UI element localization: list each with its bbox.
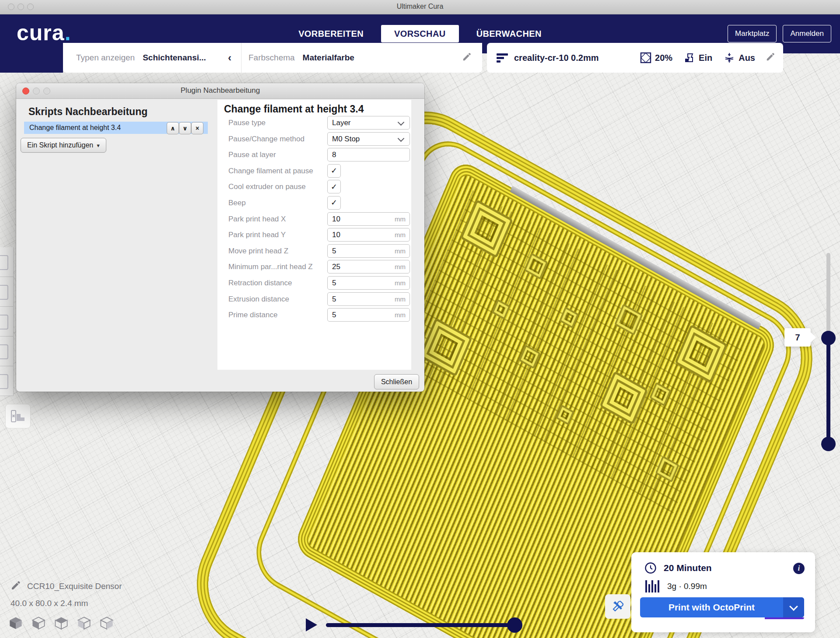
material-icon (645, 580, 659, 592)
clock-icon (644, 562, 657, 574)
octoprint-print-button[interactable]: Print with OctoPrint (640, 597, 783, 617)
tab-ueberwachen[interactable]: ÜBERWACHEN (463, 25, 555, 42)
edit-model-name-icon[interactable] (10, 580, 21, 592)
rotate-tool-button[interactable] (0, 307, 13, 337)
tab-vorschau[interactable]: VORSCHAU (381, 25, 459, 42)
move-tool-button[interactable] (0, 247, 13, 277)
octoprint-tools-button[interactable] (605, 594, 630, 619)
info-icon[interactable]: i (793, 563, 805, 574)
layer-slider-range[interactable] (826, 338, 830, 444)
printer-profile-name[interactable]: creality-cr-10 0.2mm (514, 53, 598, 63)
change-filament-at-pause-checkbox[interactable]: ✓ (327, 164, 341, 178)
script-settings-title: Change filament at height 3.4 (224, 103, 364, 115)
dialog-title: Plugin Nachbearbeitung (16, 86, 424, 95)
play-button[interactable] (306, 618, 317, 631)
form-row: Retraction distance5mm (217, 276, 411, 290)
per-model-settings-button[interactable] (0, 366, 13, 396)
qr-pattern (400, 190, 746, 514)
minimum-par-rint-head-z-input[interactable]: 25mm (327, 260, 410, 273)
input-value: 5 (332, 277, 336, 289)
input-value: 5 (332, 245, 336, 257)
model-info: CCR10_Exquisite Densor 40.0 x 80.0 x 2.4… (10, 580, 122, 608)
script-name: Change filament at height 3.4 (29, 124, 121, 132)
qr-finder-square (460, 199, 513, 258)
adhesion-setting[interactable]: Aus (724, 52, 755, 63)
qr-tile (614, 304, 643, 336)
octoprint-accent-bar (765, 617, 804, 619)
view-3d-icon[interactable] (7, 614, 24, 632)
view-left-icon[interactable] (75, 614, 93, 632)
retraction-distance-input[interactable]: 5mm (327, 276, 410, 290)
dropdown-arrow-icon: ▾ (97, 142, 100, 149)
infill-setting[interactable]: 20% (640, 52, 672, 63)
unit-label: mm (395, 245, 406, 257)
move-script-up-button[interactable]: ∧ (167, 122, 179, 134)
support-setting[interactable]: Ein (684, 52, 712, 63)
color-scheme-value[interactable]: Materialfarbe (303, 53, 354, 63)
unit-label: mm (395, 213, 406, 225)
octoprint-dropdown-button[interactable] (783, 597, 804, 617)
support-icon (684, 52, 695, 63)
pause-at-layer-input[interactable]: 8 (327, 148, 410, 161)
beep-checkbox[interactable]: ✓ (327, 196, 341, 210)
layer-slider-upper-handle[interactable] (821, 331, 836, 345)
settings-pencil-icon[interactable] (766, 52, 775, 63)
unit-label: mm (395, 308, 406, 321)
window-title: Ultimaker Cura (0, 3, 840, 11)
add-script-button[interactable]: Ein Skript hinzufügen ▾ (21, 138, 106, 153)
mirror-tool-button[interactable] (0, 337, 13, 366)
model-name: CCR10_Exquisite Densor (27, 582, 122, 591)
view-front-icon[interactable] (30, 614, 47, 632)
prime-distance-input[interactable]: 5mm (327, 308, 410, 322)
park-print-head-y-input[interactable]: 10mm (327, 228, 410, 242)
signin-button[interactable]: Anmelden (783, 25, 831, 42)
collapse-chevron-icon[interactable]: ‹ (228, 52, 231, 64)
pause-change-method-select[interactable]: M0 Stop (327, 132, 410, 146)
form-row: Pause/Change methodM0 Stop (217, 132, 411, 146)
row-label: Extrusion distance (228, 292, 289, 306)
move-print-head-z-input[interactable]: 5mm (327, 244, 410, 258)
header-left-extension (0, 53, 63, 73)
add-script-label: Ein Skript hinzufügen (27, 141, 93, 149)
qr-finder-square (599, 371, 648, 425)
pause-type-select[interactable]: Layer (327, 116, 410, 130)
qr-tile (556, 404, 574, 425)
qr-finder-square (419, 318, 472, 377)
print-settings-panel[interactable]: creality-cr-10 0.2mm 20% Ein (487, 43, 783, 73)
layer-slider-lower-handle[interactable] (821, 437, 836, 451)
form-row: Prime distance5mm (217, 308, 411, 322)
scale-tool-button[interactable] (0, 277, 13, 307)
close-dialog-button[interactable]: Schließen (374, 374, 419, 389)
view-top-icon[interactable] (52, 614, 70, 632)
layers-icon (497, 53, 508, 63)
view-type-value[interactable]: Schichtenansi... (143, 53, 206, 63)
infill-value: 20% (655, 53, 672, 63)
form-row: Park print head X10mm (217, 212, 411, 226)
row-label: Pause type (228, 116, 266, 130)
park-print-head-x-input[interactable]: 10mm (327, 212, 410, 226)
move-script-down-button[interactable]: ∨ (179, 122, 191, 134)
marketplace-button[interactable]: Marktplatz (728, 25, 777, 42)
chevron-down-icon (398, 119, 405, 126)
cool-extruder-on-pause-checkbox[interactable]: ✓ (327, 180, 341, 193)
support-blocker-button[interactable] (5, 404, 31, 428)
dialog-titlebar[interactable]: Plugin Nachbearbeitung (16, 83, 424, 99)
qr-tile (649, 382, 672, 407)
extrusion-distance-input[interactable]: 5mm (327, 292, 410, 306)
tab-vorbereiten[interactable]: VORBEREITEN (285, 25, 377, 42)
octoprint-button-group: Print with OctoPrint (640, 597, 804, 617)
form-row: Park print head Y10mm (217, 228, 411, 242)
edit-pencil-icon[interactable] (462, 52, 472, 63)
select-value: Layer (332, 116, 351, 129)
timeline-handle[interactable] (507, 617, 522, 633)
remove-script-button[interactable]: × (191, 122, 203, 134)
input-value: 25 (332, 260, 340, 273)
view-right-icon[interactable] (98, 614, 116, 632)
form-row: Pause at layer8 (217, 148, 411, 161)
simulation-timeline[interactable] (326, 623, 519, 627)
select-value: M0 Stop (332, 133, 360, 145)
input-value: 8 (332, 148, 336, 161)
form-row: Beep✓ (217, 196, 411, 210)
script-settings-panel: Change filament at height 3.4 Pause type… (217, 100, 411, 370)
row-label: Minimum par...rint head Z (228, 260, 313, 273)
